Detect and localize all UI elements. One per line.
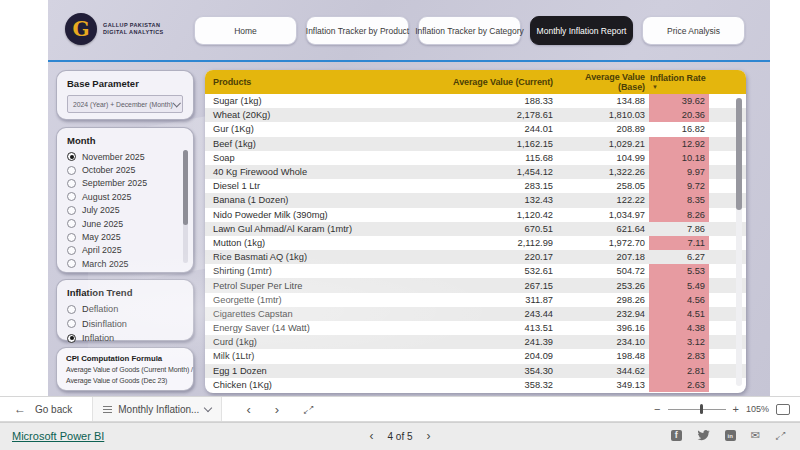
radio-option-july-2025[interactable]: July 2025: [67, 204, 185, 217]
nav-tab-price-analysis[interactable]: Price Analysis: [642, 16, 745, 45]
zoom-slider[interactable]: [668, 409, 726, 410]
column-avg-base[interactable]: Average Value (Base): [557, 70, 649, 94]
brand-name: GALLUP PAKISTAN DIGITAL ANALYTICS: [103, 22, 164, 36]
cell-rate: 9.97: [649, 165, 709, 179]
table-row[interactable]: Cigarettes Capstan 243.44 232.94 4.51: [205, 307, 746, 321]
table-row[interactable]: Sugar (1kg) 188.33 134.88 39.62: [205, 94, 746, 108]
cell-rate: 4.38: [649, 321, 709, 335]
cell-product: Gur (1Kg): [205, 122, 443, 136]
cell-product: Nido Poweder Milk (390mg): [205, 208, 443, 222]
radio-option-september-2025[interactable]: September 2025: [67, 177, 185, 190]
cell-base: 1,972.70: [557, 236, 649, 250]
table-row[interactable]: Mutton (1kg) 2,112.99 1,972.70 7.11: [205, 236, 746, 250]
toolbar-next-page-button[interactable]: ›: [275, 403, 279, 416]
table-header: Products Average Value (Current) Average…: [205, 70, 746, 94]
cell-current: 1,162.15: [443, 137, 557, 151]
cell-product: Mutton (1kg): [205, 236, 443, 250]
base-parameter-title: Base Parameter: [67, 78, 183, 89]
radio-option-april-2025[interactable]: April 2025: [67, 244, 185, 257]
zoom-slider-thumb[interactable]: [700, 404, 703, 414]
cell-current: 204.09: [443, 349, 557, 363]
radio-option-june-2025[interactable]: June 2025: [67, 217, 185, 230]
email-icon[interactable]: ✉: [751, 430, 760, 441]
radio-option-deflation[interactable]: Deflation: [67, 302, 183, 317]
radio-option-disinflation[interactable]: Disinflation: [67, 317, 183, 332]
cell-current: 243.44: [443, 307, 557, 321]
toolbar-previous-page-button[interactable]: ‹: [246, 403, 250, 416]
table-row[interactable]: Rice Basmati AQ (1kg) 220.17 207.18 6.27: [205, 250, 746, 264]
page-selector-tab[interactable]: Monthly Inflation...: [92, 397, 222, 421]
table-scrollbar[interactable]: [736, 98, 742, 386]
table-row[interactable]: Egg 1 Dozen 354.30 344.62 2.81: [205, 364, 746, 378]
cpi-formula-card: CPI Computation Formula Average Value of…: [56, 347, 194, 391]
zoom-in-button[interactable]: +: [733, 404, 739, 415]
month-scrollbar-thumb[interactable]: [183, 150, 188, 225]
month-scrollbar[interactable]: [183, 150, 188, 263]
cell-rate: 4.51: [649, 307, 709, 321]
table-row[interactable]: Milk (1Ltr) 204.09 198.48 2.83: [205, 349, 746, 363]
nav-tab-monthly-inflation-report[interactable]: Monthly Inflation Report: [530, 16, 633, 45]
table-row[interactable]: 40 Kg Firewood Whole 1,454.12 1,322.26 9…: [205, 165, 746, 179]
cell-current: 311.87: [443, 293, 557, 307]
table-row[interactable]: Wheat (20Kg) 2,178.61 1,810.03 20.36: [205, 108, 746, 122]
table-row[interactable]: Diesel 1 Ltr 283.15 258.05 9.72: [205, 179, 746, 193]
table-row[interactable]: Shirting (1mtr) 532.61 504.72 5.53: [205, 264, 746, 278]
nav-tab-inflation-tracker-by-category[interactable]: Inflation Tracker by Category: [418, 16, 521, 45]
cell-base: 621.64: [557, 222, 649, 236]
table-row[interactable]: Lawn Gul Ahmad/Al Karam (1mtr) 670.51 62…: [205, 222, 746, 236]
base-parameter-dropdown[interactable]: 2024 (Year) + December (Month): [67, 95, 183, 113]
radio-option-november-2025[interactable]: November 2025: [67, 150, 185, 163]
radio-option-march-2025[interactable]: March 2025: [67, 257, 185, 270]
table-row[interactable]: Georgette (1mtr) 311.87 298.26 4.56: [205, 293, 746, 307]
header-divider: [48, 60, 770, 62]
inflation-trend-card: Inflation Trend Deflation Disinflation I…: [56, 279, 194, 341]
cell-product: Shirting (1mtr): [205, 264, 443, 278]
radio-icon: [67, 305, 76, 314]
cell-current: 188.33: [443, 94, 557, 108]
cell-base: 104.99: [557, 151, 649, 165]
previous-page-button[interactable]: ‹: [369, 430, 373, 442]
table-row[interactable]: Nido Poweder Milk (390mg) 1,120.42 1,034…: [205, 208, 746, 222]
radio-icon: [67, 179, 76, 188]
table-row[interactable]: Gur (1Kg) 244.01 208.89 16.82: [205, 122, 746, 136]
microsoft-power-bi-link[interactable]: Microsoft Power BI: [12, 430, 104, 442]
back-arrow-icon[interactable]: ←: [14, 402, 26, 416]
next-page-button[interactable]: ›: [427, 430, 431, 442]
radio-option-label: Inflation: [82, 333, 114, 343]
radio-option-inflation[interactable]: Inflation: [67, 331, 183, 346]
brand-name-line2: DIGITAL ANALYTICS: [103, 29, 164, 36]
radio-option-august-2025[interactable]: August 2025: [67, 190, 185, 203]
table-row[interactable]: Banana (1 Dozen) 132.43 122.22 8.35: [205, 193, 746, 207]
linkedin-icon[interactable]: in: [725, 430, 736, 441]
cell-current: 220.17: [443, 250, 557, 264]
radio-option-october-2025[interactable]: October 2025: [67, 163, 185, 176]
go-back-button[interactable]: Go back: [35, 404, 72, 415]
table-scrollbar-thumb[interactable]: [736, 98, 742, 210]
radio-option-may-2025[interactable]: May 2025: [67, 230, 185, 243]
table-row[interactable]: Curd (1kg) 241.39 234.10 3.12: [205, 335, 746, 349]
cell-product: Curd (1kg): [205, 335, 443, 349]
cell-base: 253.26: [557, 278, 649, 292]
fullscreen-icon[interactable]: ↗↙: [775, 430, 786, 441]
fit-to-page-icon[interactable]: [776, 404, 790, 415]
table-row[interactable]: Soap 115.68 104.99 10.18: [205, 151, 746, 165]
column-inflation-rate[interactable]: Inflation Rate ▼: [649, 70, 709, 94]
nav-tab-home[interactable]: Home: [194, 16, 297, 45]
twitter-icon[interactable]: [697, 430, 710, 441]
table-row[interactable]: Chicken (1Kg) 358.32 349.13 2.63: [205, 378, 746, 392]
nav-tab-inflation-tracker-by-product[interactable]: Inflation Tracker by Product: [306, 16, 409, 45]
cell-base: 344.62: [557, 364, 649, 378]
zoom-out-button[interactable]: −: [654, 404, 660, 415]
facebook-icon[interactable]: f: [671, 430, 682, 441]
column-products[interactable]: Products: [205, 70, 443, 94]
radio-option-label: Deflation: [82, 304, 118, 314]
column-avg-current[interactable]: Average Value (Current): [443, 70, 557, 94]
table-row[interactable]: Petrol Super Per Litre 267.15 253.26 5.4…: [205, 278, 746, 292]
month-filter-card: Month November 2025 October 2025 Septemb…: [56, 127, 194, 273]
cell-rate: 20.36: [649, 108, 709, 122]
table-row[interactable]: Energy Saver (14 Watt) 413.51 396.16 4.3…: [205, 321, 746, 335]
cell-rate: 2.81: [649, 364, 709, 378]
expand-icon[interactable]: ↗↙: [303, 404, 314, 415]
cell-product: Energy Saver (14 Watt): [205, 321, 443, 335]
table-row[interactable]: Beef (1kg) 1,162.15 1,029.21 12.92: [205, 137, 746, 151]
